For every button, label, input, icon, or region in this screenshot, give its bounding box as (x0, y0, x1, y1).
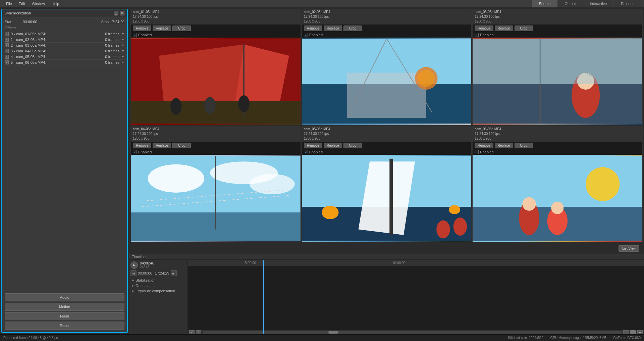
offset-name-4: 4 - cam_05-05a.MP4: (11, 55, 105, 59)
offset-arrow-5[interactable]: ▼ (121, 61, 124, 64)
remove-btn-6[interactable]: Remove (475, 143, 493, 148)
offset-arrow-2[interactable]: ▼ (121, 44, 124, 47)
remove-btn-2[interactable]: Remove (304, 26, 322, 31)
offset-checkbox-0[interactable] (5, 32, 9, 36)
menu-help[interactable]: Help (48, 1, 63, 6)
tab-interactive[interactable]: Interactive (583, 0, 614, 7)
camera-preview-5 (302, 155, 472, 242)
enabled-checkbox-3[interactable] (475, 33, 479, 37)
flash-btn[interactable]: Flash (5, 312, 124, 320)
tab-process[interactable]: Process (614, 0, 641, 7)
timeline-left: ▶ 04:08:48 24848 ⏮ 00:00:00 17:24:29 (129, 260, 188, 334)
left-panel: Synchronization _ × Start 00:00:00 Stop … (0, 7, 129, 334)
offset-checkbox-2[interactable] (5, 43, 9, 47)
track-stabilization[interactable]: ▶ Stabilization (130, 278, 186, 283)
replace-btn-5[interactable]: Replace (324, 143, 342, 148)
camera-resolution-5: 1280 x 960 (304, 136, 470, 141)
enabled-row-5: Enabled (302, 149, 472, 155)
svg-rect-21 (473, 39, 642, 84)
remove-btn-4[interactable]: Remove (133, 143, 151, 148)
scroll-left-btn[interactable]: < (189, 330, 195, 334)
offset-frames-2: 0 frames (105, 43, 119, 47)
framerate-value: 24848 (140, 265, 154, 269)
enabled-row-6: Enabled (473, 149, 642, 155)
svg-point-6 (204, 97, 216, 114)
offset-checkbox-5[interactable] (5, 60, 9, 64)
tab-output[interactable]: Output (557, 0, 583, 7)
remove-btn-5[interactable]: Remove (304, 143, 322, 148)
camera-resolution-3: 1280 x 960 (475, 19, 640, 24)
camera-preview-3 (473, 38, 642, 125)
list-view-btn[interactable]: List View (619, 245, 639, 252)
camera-cell-4: cam_04-05a.MP4 17:24:30 100 fps 1280 x 9… (130, 126, 301, 242)
sync-title-bar: Synchronization _ × (2, 9, 127, 17)
crop-btn-1[interactable]: Crop (172, 26, 191, 31)
enabled-checkbox-1[interactable] (133, 33, 137, 37)
in-out-display: 00:00:00 17:24:29 (138, 271, 169, 275)
camera-name-1: cam_01-05a.MP4 (133, 10, 299, 14)
camera-info-2: cam_02-05a.MP4 17:24:30 100 fps 1280 x 9… (302, 9, 472, 25)
enabled-checkbox-4[interactable] (133, 150, 137, 154)
replace-btn-1[interactable]: Replace (153, 26, 171, 31)
timecode-display: 04:08:48 24848 (140, 261, 154, 269)
camera-resolution-2: 1280 x 960 (304, 19, 470, 24)
play-button[interactable]: ▶ (130, 261, 138, 269)
track-orientation[interactable]: ▶ Orientation (130, 283, 186, 288)
offset-arrow-0[interactable]: ▼ (121, 32, 124, 36)
offset-checkbox-3[interactable] (5, 49, 9, 53)
remove-btn-1[interactable]: Remove (133, 26, 151, 31)
scroll-right-btn[interactable]: > (196, 330, 201, 334)
enabled-checkbox-5[interactable] (304, 150, 308, 154)
replace-btn-6[interactable]: Replace (495, 143, 513, 148)
reset-btn[interactable]: Reset (5, 322, 124, 330)
camera-controls-5: Remove Replace Crop (302, 142, 472, 149)
replace-btn-3[interactable]: Replace (495, 26, 513, 31)
menu-edit[interactable]: Edit (15, 1, 29, 6)
offset-checkbox-4[interactable] (5, 55, 9, 59)
timeline-playhead[interactable] (263, 260, 264, 334)
crop-btn-3[interactable]: Crop (515, 26, 533, 31)
camera-preview-6 (473, 155, 642, 242)
tab-source[interactable]: Source (532, 0, 558, 7)
menu-window[interactable]: Window (29, 1, 48, 6)
offset-arrow-1[interactable]: ▼ (121, 38, 124, 41)
offset-arrow-3[interactable]: ▼ (121, 49, 124, 53)
enabled-checkbox-2[interactable] (304, 33, 308, 37)
scroll-thumb[interactable] (328, 331, 338, 334)
sync-minimize-btn[interactable]: _ (114, 11, 118, 15)
motion-btn[interactable]: Motion (5, 303, 124, 311)
replace-btn-4[interactable]: Replace (153, 143, 171, 148)
crop-btn-2[interactable]: Crop (343, 26, 362, 31)
track-exposure[interactable]: ▶ Exposure compensation (130, 288, 186, 294)
offset-checkbox-1[interactable] (5, 38, 9, 42)
scroll-zoom-in-btn[interactable]: + (637, 330, 643, 334)
camera-preview-2 (302, 38, 472, 125)
svg-rect-16 (473, 84, 642, 124)
sync-buttons: Audio Motion Flash Reset (5, 293, 124, 330)
replace-btn-2[interactable]: Replace (324, 26, 342, 31)
offset-name-2: 2 - cam_03-05a.MP4: (11, 43, 105, 47)
menu-file[interactable]: File (3, 1, 15, 6)
camera-info-5: cam_05-05a.MP4 17:24:30 100 fps 1280 x 9… (302, 126, 472, 142)
remove-btn-3[interactable]: Remove (475, 26, 493, 31)
crop-btn-4[interactable]: Crop (172, 143, 191, 148)
sync-close-btn[interactable]: × (120, 11, 124, 15)
crop-btn-6[interactable]: Crop (515, 143, 533, 148)
camera-grid: cam_01-05a.MP4 17:24:30 100 fps 1280 x 9… (129, 7, 644, 243)
crop-btn-5[interactable]: Crop (343, 143, 362, 148)
scroll-track[interactable] (203, 331, 622, 334)
camera-name-4: cam_04-05a.MP4 (133, 127, 299, 132)
offset-arrow-4[interactable]: ▼ (121, 55, 124, 58)
audio-btn[interactable]: Audio (5, 293, 124, 301)
go-to-start-btn[interactable]: ⏮ (130, 270, 137, 276)
camera-controls-4: Remove Replace Crop (131, 142, 301, 149)
go-to-end-btn[interactable]: ⏭ (171, 270, 177, 276)
enabled-checkbox-6[interactable] (475, 150, 479, 154)
track-orientation-label: Orientation (136, 284, 154, 288)
camera-cell-5: cam_05-05a.MP4 17:24:30 100 fps 1280 x 9… (302, 126, 472, 242)
offset-list: 0 - cam_01-05a.MP4: 0 frames ▼ 1 - cam_0… (5, 31, 124, 291)
scroll-zoom-out-btn[interactable]: - (623, 330, 629, 334)
status-bar: Rendered frame 04:08:48 @ 40.8fps Stitch… (0, 334, 644, 341)
camera-cell-6: cam_06-05a.MP4 17:24:30 100 fps 1280 x 9… (472, 126, 643, 242)
enabled-label-5: Enabled (309, 150, 323, 154)
